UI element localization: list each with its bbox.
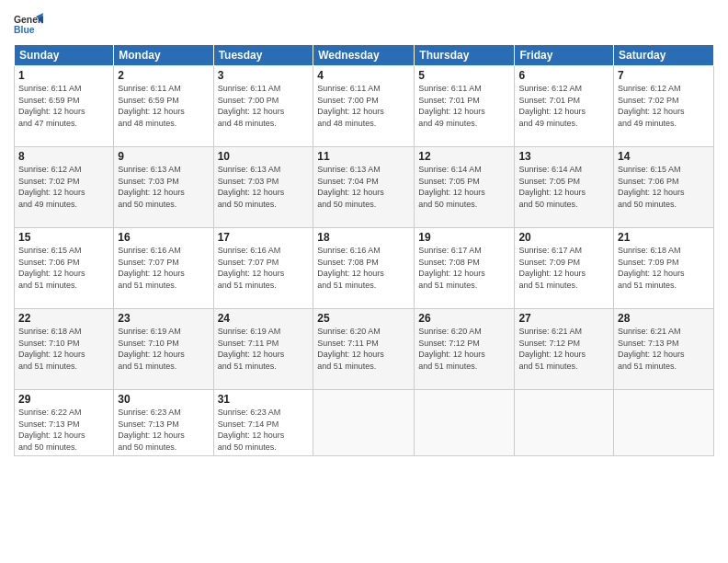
calendar-cell: 24Sunrise: 6:19 AM Sunset: 7:11 PM Dayli… xyxy=(213,309,313,390)
day-info: Sunrise: 6:11 AM Sunset: 6:59 PM Dayligh… xyxy=(18,83,109,129)
calendar-cell: 8Sunrise: 6:12 AM Sunset: 7:02 PM Daylig… xyxy=(15,147,114,228)
day-info: Sunrise: 6:17 AM Sunset: 7:08 PM Dayligh… xyxy=(418,245,510,291)
day-number: 11 xyxy=(317,150,410,163)
day-number: 12 xyxy=(418,150,510,163)
calendar-cell: 5Sunrise: 6:11 AM Sunset: 7:01 PM Daylig… xyxy=(415,66,515,147)
day-info: Sunrise: 6:21 AM Sunset: 7:13 PM Dayligh… xyxy=(618,326,710,372)
weekday-header-monday: Monday xyxy=(114,45,213,66)
day-info: Sunrise: 6:19 AM Sunset: 7:11 PM Dayligh… xyxy=(218,326,310,372)
day-info: Sunrise: 6:19 AM Sunset: 7:10 PM Dayligh… xyxy=(118,326,209,372)
day-info: Sunrise: 6:11 AM Sunset: 7:00 PM Dayligh… xyxy=(317,83,410,129)
calendar-week-row: 8Sunrise: 6:12 AM Sunset: 7:02 PM Daylig… xyxy=(15,147,714,228)
logo-icon: General Blue xyxy=(14,13,43,39)
day-number: 27 xyxy=(518,312,609,325)
day-info: Sunrise: 6:12 AM Sunset: 7:02 PM Dayligh… xyxy=(18,164,109,210)
day-info: Sunrise: 6:21 AM Sunset: 7:12 PM Dayligh… xyxy=(518,326,609,372)
day-info: Sunrise: 6:12 AM Sunset: 7:02 PM Dayligh… xyxy=(618,83,710,129)
day-info: Sunrise: 6:12 AM Sunset: 7:01 PM Dayligh… xyxy=(518,83,609,129)
day-number: 21 xyxy=(618,231,710,244)
day-number: 4 xyxy=(317,69,410,82)
day-number: 5 xyxy=(418,69,510,82)
day-number: 7 xyxy=(618,69,710,82)
calendar-cell: 17Sunrise: 6:16 AM Sunset: 7:07 PM Dayli… xyxy=(213,228,313,309)
calendar-cell: 23Sunrise: 6:19 AM Sunset: 7:10 PM Dayli… xyxy=(114,309,213,390)
calendar-cell: 6Sunrise: 6:12 AM Sunset: 7:01 PM Daylig… xyxy=(515,66,614,147)
day-number: 29 xyxy=(18,393,109,406)
calendar-cell: 28Sunrise: 6:21 AM Sunset: 7:13 PM Dayli… xyxy=(614,309,714,390)
day-info: Sunrise: 6:16 AM Sunset: 7:08 PM Dayligh… xyxy=(317,245,410,291)
day-info: Sunrise: 6:11 AM Sunset: 6:59 PM Dayligh… xyxy=(118,83,209,129)
logo: General Blue xyxy=(14,13,47,39)
day-number: 13 xyxy=(518,150,609,163)
day-info: Sunrise: 6:13 AM Sunset: 7:03 PM Dayligh… xyxy=(218,164,310,210)
calendar-table: SundayMondayTuesdayWednesdayThursdayFrid… xyxy=(14,44,714,456)
day-info: Sunrise: 6:11 AM Sunset: 7:01 PM Dayligh… xyxy=(418,83,510,129)
calendar-cell xyxy=(415,390,515,456)
day-number: 10 xyxy=(218,150,310,163)
day-info: Sunrise: 6:15 AM Sunset: 7:06 PM Dayligh… xyxy=(618,164,710,210)
day-info: Sunrise: 6:18 AM Sunset: 7:09 PM Dayligh… xyxy=(618,245,710,291)
calendar-cell: 10Sunrise: 6:13 AM Sunset: 7:03 PM Dayli… xyxy=(213,147,313,228)
day-number: 24 xyxy=(218,312,310,325)
day-info: Sunrise: 6:11 AM Sunset: 7:00 PM Dayligh… xyxy=(218,83,310,129)
calendar-cell xyxy=(515,390,614,456)
day-info: Sunrise: 6:22 AM Sunset: 7:13 PM Dayligh… xyxy=(18,407,109,453)
weekday-header-saturday: Saturday xyxy=(614,45,714,66)
calendar-cell: 18Sunrise: 6:16 AM Sunset: 7:08 PM Dayli… xyxy=(313,228,415,309)
day-info: Sunrise: 6:20 AM Sunset: 7:12 PM Dayligh… xyxy=(418,326,510,372)
weekday-header-friday: Friday xyxy=(515,45,614,66)
day-number: 14 xyxy=(618,150,710,163)
day-number: 8 xyxy=(18,150,109,163)
day-number: 9 xyxy=(118,150,209,163)
day-number: 23 xyxy=(118,312,209,325)
day-info: Sunrise: 6:17 AM Sunset: 7:09 PM Dayligh… xyxy=(518,245,609,291)
weekday-header-row: SundayMondayTuesdayWednesdayThursdayFrid… xyxy=(15,45,714,66)
calendar-cell xyxy=(614,390,714,456)
day-number: 17 xyxy=(218,231,310,244)
day-number: 1 xyxy=(18,69,109,82)
calendar-cell: 15Sunrise: 6:15 AM Sunset: 7:06 PM Dayli… xyxy=(15,228,114,309)
day-info: Sunrise: 6:23 AM Sunset: 7:13 PM Dayligh… xyxy=(118,407,209,453)
calendar-cell: 2Sunrise: 6:11 AM Sunset: 6:59 PM Daylig… xyxy=(114,66,213,147)
calendar-cell: 7Sunrise: 6:12 AM Sunset: 7:02 PM Daylig… xyxy=(614,66,714,147)
calendar-week-row: 15Sunrise: 6:15 AM Sunset: 7:06 PM Dayli… xyxy=(15,228,714,309)
day-number: 20 xyxy=(518,231,609,244)
calendar-cell: 20Sunrise: 6:17 AM Sunset: 7:09 PM Dayli… xyxy=(515,228,614,309)
day-number: 28 xyxy=(618,312,710,325)
calendar-cell: 3Sunrise: 6:11 AM Sunset: 7:00 PM Daylig… xyxy=(213,66,313,147)
day-number: 16 xyxy=(118,231,209,244)
calendar-cell: 12Sunrise: 6:14 AM Sunset: 7:05 PM Dayli… xyxy=(415,147,515,228)
calendar-cell: 26Sunrise: 6:20 AM Sunset: 7:12 PM Dayli… xyxy=(415,309,515,390)
calendar-cell: 1Sunrise: 6:11 AM Sunset: 6:59 PM Daylig… xyxy=(15,66,114,147)
page: General Blue SundayMondayTuesdayWednesda… xyxy=(0,0,728,563)
day-number: 3 xyxy=(218,69,310,82)
day-info: Sunrise: 6:14 AM Sunset: 7:05 PM Dayligh… xyxy=(418,164,510,210)
calendar-cell: 22Sunrise: 6:18 AM Sunset: 7:10 PM Dayli… xyxy=(15,309,114,390)
day-info: Sunrise: 6:14 AM Sunset: 7:05 PM Dayligh… xyxy=(518,164,609,210)
weekday-header-wednesday: Wednesday xyxy=(313,45,415,66)
calendar-week-row: 29Sunrise: 6:22 AM Sunset: 7:13 PM Dayli… xyxy=(15,390,714,456)
day-info: Sunrise: 6:15 AM Sunset: 7:06 PM Dayligh… xyxy=(18,245,109,291)
calendar-cell: 11Sunrise: 6:13 AM Sunset: 7:04 PM Dayli… xyxy=(313,147,415,228)
day-number: 30 xyxy=(118,393,209,406)
day-info: Sunrise: 6:16 AM Sunset: 7:07 PM Dayligh… xyxy=(118,245,209,291)
calendar-cell: 16Sunrise: 6:16 AM Sunset: 7:07 PM Dayli… xyxy=(114,228,213,309)
day-number: 6 xyxy=(518,69,609,82)
calendar-cell: 13Sunrise: 6:14 AM Sunset: 7:05 PM Dayli… xyxy=(515,147,614,228)
day-number: 19 xyxy=(418,231,510,244)
day-info: Sunrise: 6:16 AM Sunset: 7:07 PM Dayligh… xyxy=(218,245,310,291)
day-number: 2 xyxy=(118,69,209,82)
day-info: Sunrise: 6:20 AM Sunset: 7:11 PM Dayligh… xyxy=(317,326,410,372)
calendar-cell: 31Sunrise: 6:23 AM Sunset: 7:14 PM Dayli… xyxy=(213,390,313,456)
calendar-cell xyxy=(313,390,415,456)
day-info: Sunrise: 6:13 AM Sunset: 7:03 PM Dayligh… xyxy=(118,164,209,210)
day-number: 15 xyxy=(18,231,109,244)
day-info: Sunrise: 6:18 AM Sunset: 7:10 PM Dayligh… xyxy=(18,326,109,372)
calendar-cell: 29Sunrise: 6:22 AM Sunset: 7:13 PM Dayli… xyxy=(15,390,114,456)
weekday-header-sunday: Sunday xyxy=(15,45,114,66)
calendar-cell: 14Sunrise: 6:15 AM Sunset: 7:06 PM Dayli… xyxy=(614,147,714,228)
day-number: 25 xyxy=(317,312,410,325)
calendar-cell: 25Sunrise: 6:20 AM Sunset: 7:11 PM Dayli… xyxy=(313,309,415,390)
day-number: 18 xyxy=(317,231,410,244)
calendar-cell: 9Sunrise: 6:13 AM Sunset: 7:03 PM Daylig… xyxy=(114,147,213,228)
